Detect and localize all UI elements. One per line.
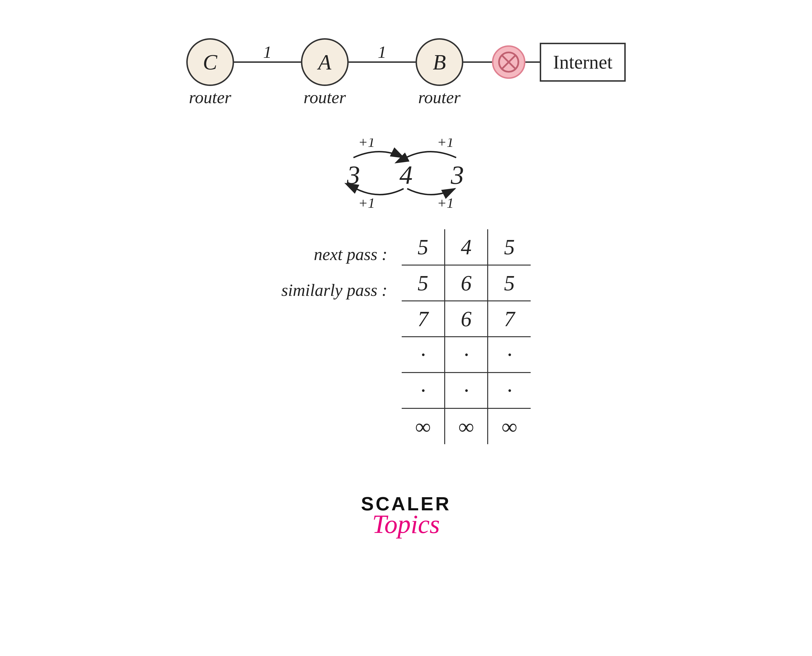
cell-0-1: 4 (445, 229, 488, 265)
label-empty-3 (387, 380, 392, 416)
node-c-sublabel: router (189, 88, 231, 107)
data-table: 545565767······∞∞∞ (402, 229, 531, 444)
label-similarly-pass: similarly pass : (281, 272, 392, 308)
cti-num-center: 4 (399, 161, 413, 190)
table-row: ··· (402, 337, 531, 373)
cell-0-0: 5 (402, 229, 445, 265)
network-diagram: C router 1 A router 1 B router (186, 38, 626, 86)
cell-4-2: · (488, 373, 531, 408)
cti-plus1-top-right: +1 (437, 139, 454, 150)
internet-label: Internet (553, 52, 612, 73)
cell-1-2: 5 (488, 265, 531, 301)
node-c: C (186, 38, 234, 86)
cti-plus1-bot-right: +1 (437, 195, 454, 210)
node-b-label: B (433, 50, 446, 74)
label-empty-4 (387, 416, 392, 451)
cti-arrows-svg: +1 +1 3 4 3 +1 +1 (329, 139, 483, 210)
cell-3-1: · (445, 337, 488, 373)
label-empty-2 (387, 344, 392, 380)
node-a-sublabel: router (303, 88, 346, 107)
table-labels: next pass : similarly pass : (281, 229, 402, 451)
label-empty-1 (387, 308, 392, 344)
line-x-internet (526, 61, 540, 63)
node-b-sublabel: router (418, 88, 461, 107)
node-c-label: C (203, 50, 217, 74)
cti-num-right: 3 (451, 161, 464, 190)
cti-top-left-arrow (353, 152, 404, 158)
scaler-logo: SCALER Topics (361, 494, 451, 537)
cell-3-2: · (488, 337, 531, 373)
cell-0-2: 5 (488, 229, 531, 265)
cti-bot-right-arrow (407, 189, 455, 195)
table-row: 565 (402, 265, 531, 301)
node-blocked (492, 45, 526, 79)
table-row: 545 (402, 229, 531, 265)
cti-diagram: +1 +1 3 4 3 +1 +1 (329, 139, 483, 210)
cti-plus1-top-left: +1 (358, 139, 375, 150)
cell-2-2: 7 (488, 301, 531, 337)
table-row: 767 (402, 301, 531, 337)
table-section: next pass : similarly pass : 545565767··… (281, 229, 531, 451)
edge-ca: 1 (234, 61, 301, 63)
cell-1-1: 6 (445, 265, 488, 301)
cell-4-0: · (402, 373, 445, 408)
cell-5-2: ∞ (488, 408, 531, 444)
line-b-x (463, 61, 492, 63)
cti-plus1-bot-left: +1 (358, 195, 375, 210)
cell-5-0: ∞ (402, 408, 445, 444)
cti-top-right-arrow (406, 152, 456, 158)
node-a-label: A (318, 50, 331, 74)
x-icon (498, 51, 520, 73)
edge-ca-weight: 1 (263, 42, 272, 62)
internet-box: Internet (540, 43, 626, 82)
main-container: C router 1 A router 1 B router (0, 0, 812, 656)
table-row: ··· (402, 373, 531, 408)
table-row: ∞∞∞ (402, 408, 531, 444)
cell-4-1: · (445, 373, 488, 408)
edge-ab-weight: 1 (378, 42, 387, 62)
cell-2-0: 7 (402, 301, 445, 337)
node-b: B (416, 38, 463, 86)
label-next-pass: next pass : (314, 237, 392, 272)
cell-5-1: ∞ (445, 408, 488, 444)
cell-2-1: 6 (445, 301, 488, 337)
cell-3-0: · (402, 337, 445, 373)
cell-1-0: 5 (402, 265, 445, 301)
node-a: A (301, 38, 349, 86)
edge-ab: 1 (349, 61, 416, 63)
topics-text: Topics (372, 511, 440, 537)
cti-num-left: 3 (347, 161, 360, 190)
cti-bot-left-arrow (356, 189, 404, 195)
